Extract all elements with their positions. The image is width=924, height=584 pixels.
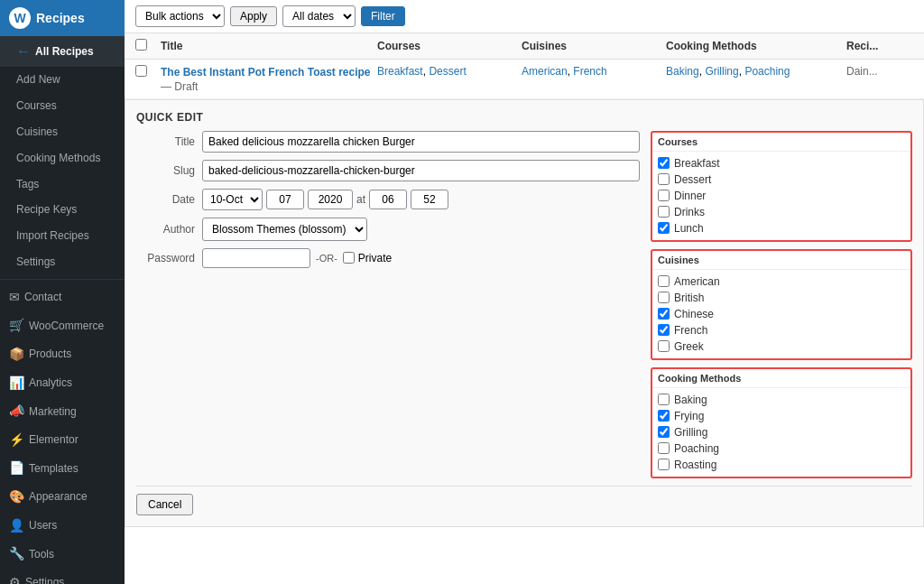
cuisine-label-american: American [674, 275, 720, 288]
sidebar-item-import-recipes[interactable]: Import Recipes [0, 223, 125, 249]
sidebar-item-label: Settings [16, 255, 55, 270]
sidebar-item-templates[interactable]: 📄 Templates [0, 454, 125, 483]
sidebar-item-marketing[interactable]: 📣 Marketing [0, 397, 125, 426]
method-item-roasting[interactable]: Roasting [658, 457, 905, 473]
cuisine-item-greek[interactable]: Greek [658, 338, 905, 355]
cuisine-french-link[interactable]: French [573, 65, 606, 78]
date-min-input[interactable] [411, 190, 448, 209]
at-label: at [356, 193, 365, 206]
method-checkbox-poaching[interactable] [658, 442, 670, 454]
sidebar-item-cuisines[interactable]: Cuisines [0, 119, 125, 145]
author-select[interactable]: Blossom Themes (blossom) [202, 218, 367, 241]
cuisine-checkbox-british[interactable] [658, 292, 670, 303]
sidebar-item-courses[interactable]: Courses [0, 93, 125, 119]
cuisine-american-link[interactable]: American [522, 65, 568, 78]
all-dates-select[interactable]: All dates [282, 5, 356, 27]
sidebar-item-label: Tags [16, 177, 39, 192]
contact-icon: ✉ [9, 289, 20, 307]
cooking-methods-box-scroll: Baking Frying Grilling [652, 388, 910, 477]
method-checkbox-frying[interactable] [658, 410, 670, 422]
method-item-baking[interactable]: Baking [658, 392, 905, 408]
select-all-checkbox[interactable] [135, 39, 147, 51]
course-checkbox-lunch[interactable] [658, 222, 670, 234]
sidebar-item-cooking-methods[interactable]: Cooking Methods [0, 145, 125, 171]
sidebar-item-appearance[interactable]: 🎨 Appearance [0, 483, 125, 512]
course-breakfast-link[interactable]: Breakfast [377, 65, 423, 78]
method-item-poaching[interactable]: Poaching [658, 440, 905, 457]
select-all-cell[interactable] [135, 39, 161, 53]
sidebar-item-tools[interactable]: 🔧 Tools [0, 540, 125, 569]
date-hour-input[interactable] [369, 190, 407, 209]
sidebar-item-settings-main[interactable]: ⚙ Settings [0, 569, 125, 584]
cuisine-checkbox-greek[interactable] [658, 340, 670, 352]
toolbar: Bulk actions Apply All dates Filter [125, 0, 924, 33]
password-input[interactable] [202, 248, 310, 268]
filter-button[interactable]: Filter [361, 6, 405, 26]
date-day-input[interactable] [266, 190, 304, 209]
sidebar-item-tags[interactable]: Tags [0, 171, 125, 198]
wp-icon: W [9, 7, 31, 29]
course-item-drinks[interactable]: Drinks [658, 204, 905, 220]
sidebar-logo-label: Recipes [36, 11, 85, 25]
row-cooking-methods: Baking, Grilling, Poaching [666, 65, 846, 78]
cuisine-checkbox-chinese[interactable] [658, 308, 670, 320]
cuisine-checkbox-french[interactable] [658, 324, 670, 336]
cuisines-tax-box: Cuisines American British [651, 249, 912, 360]
date-month-select[interactable]: 10-Oct [202, 189, 263, 210]
course-checkbox-dinner[interactable] [658, 190, 670, 201]
private-checkbox[interactable] [343, 252, 355, 264]
course-dessert-link[interactable]: Dessert [429, 65, 466, 78]
method-label-frying: Frying [674, 410, 704, 422]
course-checkbox-drinks[interactable] [658, 206, 670, 218]
method-checkbox-baking[interactable] [658, 394, 670, 405]
password-group: -OR- Private [202, 248, 392, 268]
sidebar-item-products[interactable]: 📦 Products [0, 340, 125, 369]
method-checkbox-grilling[interactable] [658, 426, 670, 438]
date-year-input[interactable] [308, 190, 353, 209]
sidebar-item-all-recipes[interactable]: ← All Recipes [0, 36, 125, 67]
course-item-dessert[interactable]: Dessert [658, 171, 905, 188]
quick-edit-panel: QUICK EDIT Title Slug Date [125, 99, 924, 527]
cuisine-item-british[interactable]: British [658, 290, 905, 306]
sidebar-item-analytics[interactable]: 📊 Analytics [0, 369, 125, 398]
course-checkbox-breakfast[interactable] [658, 157, 670, 169]
row-cuisines: American, French [522, 65, 666, 78]
course-item-dinner[interactable]: Dinner [658, 188, 905, 204]
row-checkbox[interactable] [135, 65, 147, 77]
cuisine-item-french[interactable]: French [658, 322, 905, 338]
bulk-actions-select[interactable]: Bulk actions [135, 5, 225, 27]
users-icon: 👤 [9, 517, 24, 535]
recipe-title-link[interactable]: The Best Instant Pot French Toast recipe [161, 66, 371, 79]
course-item-lunch[interactable]: Lunch [658, 220, 905, 236]
method-poaching-link[interactable]: Poaching [744, 65, 790, 78]
sidebar-item-elementor[interactable]: ⚡ Elementor [0, 426, 125, 455]
sidebar-item-add-new[interactable]: Add New [0, 67, 125, 93]
method-checkbox-roasting[interactable] [658, 459, 670, 470]
apply-button[interactable]: Apply [230, 6, 277, 26]
sidebar-item-woocommerce[interactable]: 🛒 WooCommerce [0, 311, 125, 340]
slug-input[interactable] [202, 160, 640, 181]
cuisine-item-chinese[interactable]: Chinese [658, 306, 905, 322]
private-checkbox-label[interactable]: Private [343, 252, 392, 264]
method-baking-link[interactable]: Baking [666, 65, 699, 78]
sidebar-item-contact[interactable]: ✉ Contact [0, 283, 125, 312]
sidebar-item-settings[interactable]: Settings [0, 249, 125, 275]
method-item-frying[interactable]: Frying [658, 408, 905, 424]
cuisine-label-british: British [674, 292, 704, 304]
row-checkbox-cell[interactable] [135, 65, 161, 77]
sidebar-item-recipe-keys[interactable]: Recipe Keys [0, 197, 125, 223]
cancel-button[interactable]: Cancel [136, 494, 193, 515]
cuisines-box-header: Cuisines [652, 251, 910, 270]
cuisine-checkbox-american[interactable] [658, 275, 670, 287]
author-label: Author [136, 223, 195, 236]
sidebar-logo[interactable]: W Recipes [0, 0, 125, 36]
method-item-grilling[interactable]: Grilling [658, 424, 905, 440]
sidebar-item-users[interactable]: 👤 Users [0, 512, 125, 541]
title-input[interactable] [202, 131, 640, 153]
method-grilling-link[interactable]: Grilling [705, 65, 738, 78]
course-checkbox-dessert[interactable] [658, 173, 670, 185]
tools-icon: 🔧 [9, 545, 24, 563]
course-item-breakfast[interactable]: Breakfast [658, 155, 905, 171]
private-label-text: Private [358, 252, 392, 264]
cuisine-item-american[interactable]: American [658, 273, 905, 290]
